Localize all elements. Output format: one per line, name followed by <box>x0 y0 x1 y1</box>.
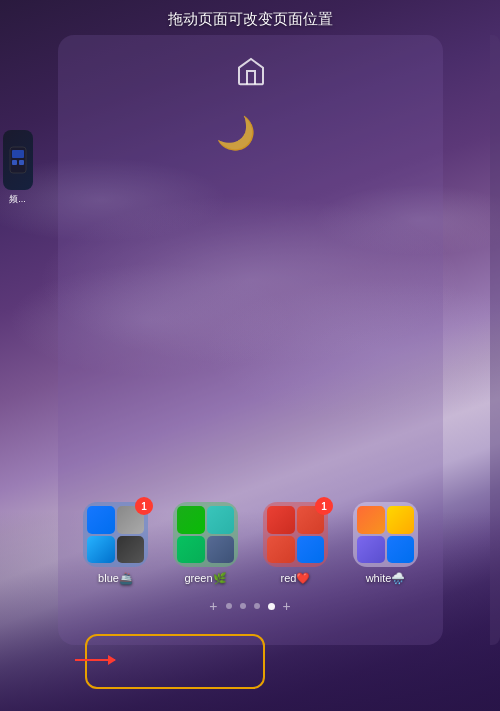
mini-app-alipay <box>87 506 115 534</box>
mini-app-white1 <box>357 506 385 534</box>
folder-red-badge: 1 <box>315 497 333 515</box>
mini-app-green2 <box>207 506 235 534</box>
mini-app-white4 <box>387 536 415 564</box>
folder-blue-icon[interactable]: 1 <box>83 502 148 567</box>
arrow-indicator <box>75 659 115 661</box>
mini-app-blue4 <box>117 536 145 564</box>
mini-app-green4 <box>207 536 235 564</box>
folder-red-icon[interactable]: 1 <box>263 502 328 567</box>
instruction-text: 拖动页面可改变页面位置 <box>0 10 500 29</box>
page-dot-0[interactable] <box>226 603 232 609</box>
folder-green-icon[interactable] <box>173 502 238 567</box>
left-edge-label: 频... <box>9 193 26 206</box>
folder-red[interactable]: 1 red❤️ <box>256 502 336 585</box>
folder-red-label: red❤️ <box>281 572 311 585</box>
folder-blue-label: blue🚢 <box>98 572 133 585</box>
main-page[interactable]: 🌙 1 blue🚢 green🌿 <box>58 35 443 645</box>
video-icon <box>8 145 28 175</box>
mini-app-red4 <box>297 536 325 564</box>
home-icon <box>235 55 267 94</box>
svg-rect-2 <box>12 160 17 165</box>
left-edge-icon <box>3 130 33 190</box>
mini-app-weixin <box>177 506 205 534</box>
moon-icon: 🌙 <box>216 114 256 152</box>
home-svg <box>235 55 267 87</box>
mini-app-white2 <box>387 506 415 534</box>
mini-app-green3 <box>177 536 205 564</box>
app-grid: 1 blue🚢 green🌿 1 <box>58 502 443 585</box>
mini-app-weibo <box>267 506 295 534</box>
right-edge-hint <box>490 35 500 645</box>
page-dot-3-active[interactable] <box>268 603 275 610</box>
bottom-dock <box>55 626 500 696</box>
folder-blue-badge: 1 <box>135 497 153 515</box>
dot-plus-right[interactable]: + <box>283 599 291 613</box>
mini-app-blue3 <box>87 536 115 564</box>
folder-white[interactable]: white🌧️ <box>346 502 426 585</box>
page-dot-2[interactable] <box>254 603 260 609</box>
svg-rect-3 <box>19 160 24 165</box>
mini-app-red3 <box>267 536 295 564</box>
folder-white-icon[interactable] <box>353 502 418 567</box>
folder-white-label: white🌧️ <box>366 572 406 585</box>
arrow-line <box>75 659 115 661</box>
folder-green-label: green🌿 <box>184 572 226 585</box>
left-edge-app[interactable]: 频... <box>0 130 35 220</box>
page-dots: + + <box>0 599 500 613</box>
folder-green[interactable]: green🌿 <box>166 502 246 585</box>
dot-plus-left[interactable]: + <box>209 599 217 613</box>
page-dot-1[interactable] <box>240 603 246 609</box>
svg-rect-1 <box>12 150 24 158</box>
folder-blue[interactable]: 1 blue🚢 <box>76 502 156 585</box>
mini-app-white3 <box>357 536 385 564</box>
